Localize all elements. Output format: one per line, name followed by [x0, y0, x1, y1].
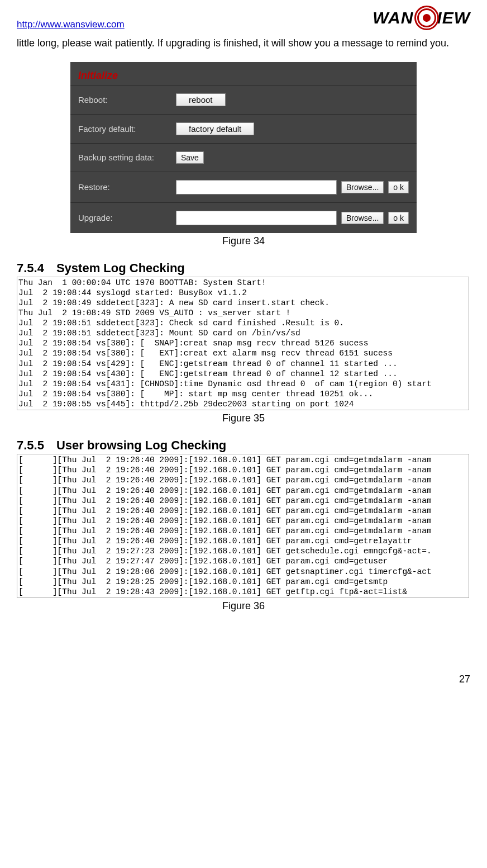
- user-browsing-log-output: [ ][Thu Jul 2 19:26:40 2009]:[192.168.0.…: [17, 454, 469, 598]
- figure-35-caption: Figure 35: [17, 412, 470, 424]
- save-button[interactable]: Save: [176, 151, 204, 164]
- section-754-heading: 7.5.4 System Log Checking: [17, 261, 470, 276]
- logo-text-left: WAN: [373, 8, 413, 27]
- restore-browse-button[interactable]: Browse...: [341, 181, 384, 193]
- figure-34-caption: Figure 34: [17, 235, 470, 247]
- initialize-panel-screenshot: Initialize Reboot: reboot Factory defaul…: [70, 62, 417, 233]
- upgrade-browse-button[interactable]: Browse...: [341, 212, 384, 224]
- restore-file-input[interactable]: [176, 180, 337, 195]
- header-url-link[interactable]: http://www.wansview.com: [17, 19, 125, 30]
- restore-ok-button[interactable]: o k: [388, 181, 409, 193]
- page-number: 27: [17, 673, 470, 685]
- upgrade-file-input[interactable]: [176, 211, 337, 225]
- figure-36-caption: Figure 36: [17, 600, 470, 612]
- brand-logo: WAN IEW: [373, 6, 470, 30]
- intro-paragraph: little long, please wait patiently. If u…: [17, 35, 470, 52]
- upgrade-label: Upgrade:: [78, 213, 176, 222]
- factory-default-button[interactable]: factory default: [176, 122, 254, 135]
- reboot-label: Reboot:: [78, 95, 176, 105]
- factory-default-label: Factory default:: [78, 124, 176, 134]
- panel-title: Initialize: [78, 70, 118, 82]
- system-log-output: Thu Jan 1 00:00:04 UTC 1970 BOOTTAB: Sys…: [17, 277, 469, 411]
- section-755-heading: 7.5.5 User browsing Log Checking: [17, 438, 470, 453]
- backup-label: Backup setting data:: [78, 153, 176, 162]
- logo-text-right: IEW: [437, 8, 470, 27]
- reboot-button[interactable]: reboot: [176, 93, 226, 106]
- upgrade-ok-button[interactable]: o k: [388, 212, 409, 224]
- restore-label: Restore:: [78, 182, 176, 192]
- logo-swirl-icon: [414, 6, 439, 30]
